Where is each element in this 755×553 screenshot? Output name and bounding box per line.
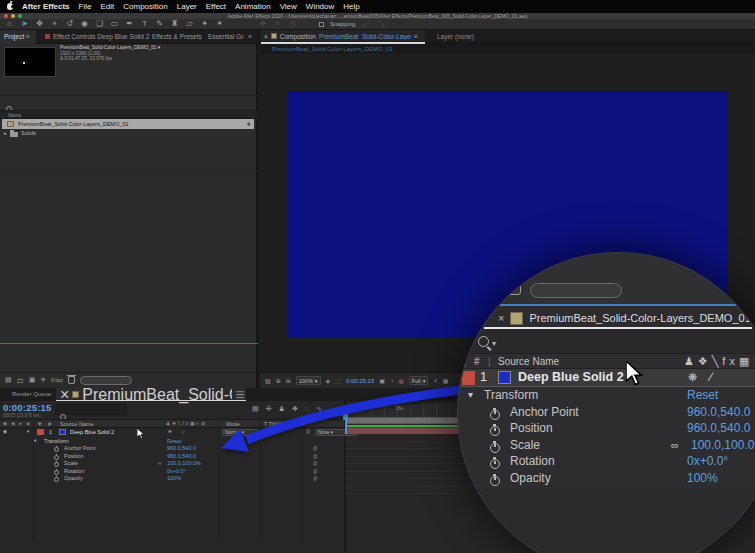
motion-blur-icon[interactable]: ◌ xyxy=(305,405,309,413)
menu-animation[interactable]: Animation xyxy=(235,2,271,11)
property-row-opacity[interactable]: Opacity 100% @ xyxy=(0,474,345,482)
blend-mode-dropdown[interactable]: Normal ▾ xyxy=(222,429,258,436)
mode-column-header[interactable]: Mode xyxy=(226,421,240,427)
collapse-tools-icon[interactable]: ⤡ xyxy=(376,19,385,29)
local-axis-mode-icon[interactable]: ✛ xyxy=(258,19,267,29)
project-comp-name[interactable]: PremiumBeat_Solid-Color-Layers_DEMO_01 xyxy=(60,45,157,50)
menu-view[interactable]: View xyxy=(280,2,297,11)
menu-file[interactable]: File xyxy=(79,2,92,11)
zoom-dropdown[interactable]: 100%▾ xyxy=(296,376,321,385)
tab-render-queue[interactable]: Render Queue xyxy=(12,391,51,397)
panel-menu-icon[interactable]: ≡ xyxy=(26,33,30,40)
graph-editor-icon[interactable]: ∿ xyxy=(316,405,322,413)
delete-item-icon[interactable] xyxy=(68,376,75,384)
project-row-solids[interactable]: ▸ Solids xyxy=(0,129,258,138)
new-composition-icon[interactable]: ▣ xyxy=(29,376,36,384)
menu-help[interactable]: Help xyxy=(343,2,359,11)
collapse-transformations-icon[interactable]: ❋ xyxy=(168,428,172,436)
show-snapshot-icon[interactable]: ◔ xyxy=(390,378,394,384)
tab-composition[interactable]: × Composition PremiumBeat_Solid-Color-La… xyxy=(261,30,425,42)
apple-menu-icon[interactable] xyxy=(7,3,13,10)
panel-menu-icon[interactable]: ≡ xyxy=(414,33,418,40)
pen-tool-icon[interactable]: ✒ xyxy=(125,19,134,29)
type-tool-icon[interactable]: T xyxy=(140,19,149,29)
channels-icon[interactable]: ◍ xyxy=(399,377,404,384)
mask-visibility-icon[interactable]: ◈ xyxy=(326,377,331,384)
viewer-timecode[interactable]: 0:00:25:15 xyxy=(346,378,374,384)
eraser-tool-icon[interactable]: ▱ xyxy=(185,19,194,29)
snapping-checkbox[interactable] xyxy=(319,22,324,27)
menu-composition[interactable]: Composition xyxy=(123,2,167,11)
solo-column-icon[interactable]: ● xyxy=(19,421,22,426)
menu-edit[interactable]: Edit xyxy=(100,2,114,11)
draft-3d-icon[interactable]: ✣ xyxy=(266,405,272,413)
fast-previews-icon[interactable]: ⚡ xyxy=(433,377,437,384)
project-settings-icon[interactable]: ✈ xyxy=(40,376,46,384)
chevron-down-icon[interactable]: ▾ xyxy=(158,45,160,50)
collapse-panel-icon[interactable]: ❖ xyxy=(247,119,251,129)
color-depth-label[interactable]: 8 bpc xyxy=(51,377,63,383)
camera-tool-icon[interactable]: ◉ xyxy=(80,19,89,29)
label-column-icon[interactable]: ◆ xyxy=(38,421,41,426)
selection-tool-icon[interactable]: ➤ xyxy=(20,19,29,29)
resolution-dropdown[interactable]: Full▾ xyxy=(409,376,429,385)
frame-blending-icon[interactable]: ❖ xyxy=(292,405,298,413)
always-preview-icon[interactable]: ▧ xyxy=(265,377,271,384)
tab-effects-presets[interactable]: Effects & Presets xyxy=(152,33,202,40)
menu-app[interactable]: After Effects xyxy=(22,2,70,11)
source-name-column-header[interactable]: Source Name xyxy=(60,421,94,427)
tab-layer[interactable]: Layer (none) xyxy=(437,33,474,40)
current-timecode[interactable]: 0:00:25:15 xyxy=(3,402,51,413)
quality-switch-icon[interactable]: ∕ xyxy=(183,428,184,436)
roto-brush-tool-icon[interactable]: ✦ xyxy=(200,19,209,29)
composition-mini-flowchart-icon[interactable]: ▤ xyxy=(252,405,259,413)
menu-effect[interactable]: Effect xyxy=(206,2,226,11)
clone-stamp-tool-icon[interactable]: ♜ xyxy=(170,19,179,29)
layer-name[interactable]: Deep Blue Solid 2 xyxy=(70,428,114,436)
menu-layer[interactable]: Layer xyxy=(177,2,197,11)
snapshot-icon[interactable]: ▣ xyxy=(379,377,385,384)
menu-window[interactable]: Window xyxy=(306,2,334,11)
layer-label-color-chip[interactable] xyxy=(37,429,44,435)
tab-essential-graphics[interactable]: Essential Grap xyxy=(208,33,244,40)
world-axis-mode-icon[interactable]: ⌗ xyxy=(273,19,282,29)
stopwatch-icon[interactable] xyxy=(54,477,59,482)
hand-tool-icon[interactable]: ✥ xyxy=(35,19,44,29)
tab-overflow-icon[interactable]: » xyxy=(248,33,252,40)
name-column-header[interactable]: Name xyxy=(0,110,258,119)
view-axis-mode-icon[interactable]: ◇ xyxy=(288,19,297,29)
viewer-comp-name[interactable]: PremiumBeat_Solid-Color-Layers_DEMO_01 xyxy=(260,46,393,52)
property-pickwhip-icon[interactable]: @ xyxy=(313,475,318,483)
region-of-interest-icon[interactable]: ⬚ xyxy=(335,377,341,384)
hide-shy-layers-icon[interactable]: ♟ xyxy=(279,405,285,413)
expander-icon[interactable]: ▸ xyxy=(4,129,7,138)
timeline-search-input[interactable] xyxy=(55,404,127,415)
property-value[interactable]: 100% xyxy=(167,474,181,482)
number-column-header[interactable]: # xyxy=(48,421,51,427)
horizontal-scrollbar[interactable] xyxy=(80,376,132,385)
orbit-camera-tool-icon[interactable]: ↺ xyxy=(65,19,74,29)
shape-tool-icon[interactable]: ▭ xyxy=(110,19,119,29)
new-folder-icon[interactable]: 🗀 xyxy=(17,377,24,384)
interpret-footage-icon[interactable]: ▤ xyxy=(5,376,12,384)
parent-pickwhip-icon[interactable]: @ xyxy=(306,428,311,436)
zoom-tool-icon[interactable]: ⌖ xyxy=(50,19,59,29)
tab-effect-controls[interactable]: Effect Controls Deep Blue Solid 2 xyxy=(53,33,149,40)
close-tab-icon[interactable]: × xyxy=(264,33,268,40)
expander-icon[interactable]: ▾ xyxy=(27,428,29,436)
expand-tools-icon[interactable]: ⤢ xyxy=(361,19,370,29)
video-column-icon[interactable]: ◉ xyxy=(3,421,7,426)
brush-tool-icon[interactable]: ✎ xyxy=(155,19,164,29)
audio-column-icon[interactable]: ◀ xyxy=(11,421,14,426)
layer-row[interactable]: ◉ ▾ 1 Deep Blue Solid 2 ❋ ∕ Normal ▾ @ N… xyxy=(0,428,345,436)
transparency-grid-icon[interactable]: ▦ xyxy=(443,377,449,384)
pan-behind-tool-icon[interactable]: ❏ xyxy=(95,19,104,29)
project-row-composition[interactable]: PremiumBeat_Solid-Color-Layers_DEMO_01 ❖ xyxy=(2,119,254,129)
grid-options-icon[interactable]: ⊞ xyxy=(286,377,291,384)
lock-column-icon[interactable]: ■ xyxy=(27,421,30,426)
home-tool-icon[interactable]: ⌂ xyxy=(5,19,14,29)
puppet-pin-tool-icon[interactable]: ✶ xyxy=(215,19,224,29)
tab-project[interactable]: Project ≡ xyxy=(0,30,36,44)
eye-icon[interactable]: ◉ xyxy=(3,428,7,436)
magnification-icon[interactable]: ⊕ xyxy=(276,377,281,384)
